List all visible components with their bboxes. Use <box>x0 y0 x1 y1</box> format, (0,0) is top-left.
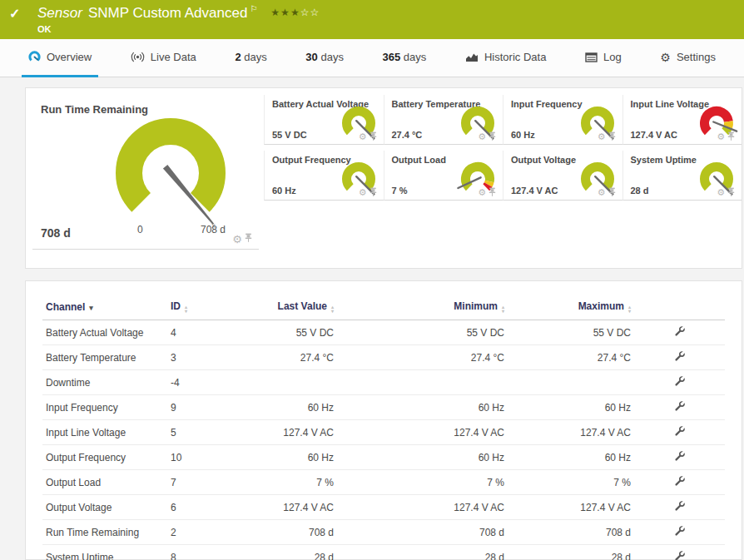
star-filled-icon[interactable]: ★ <box>270 7 280 18</box>
gear-icon[interactable]: ⚙ <box>598 188 606 197</box>
pin-icon[interactable] <box>727 131 735 141</box>
table-row-battery-actual-voltage: Battery Actual Voltage455 V DC55 V DC55 … <box>42 320 725 345</box>
tab-overview[interactable]: Overview <box>22 39 98 77</box>
pin-icon[interactable] <box>370 187 377 197</box>
channel-settings-wrench-icon[interactable] <box>674 450 686 464</box>
cell-id: -4 <box>167 370 227 395</box>
tab-live-data[interactable]: Live Data <box>124 39 203 77</box>
column-header-minimum[interactable]: Minimum▴▾ <box>337 293 508 320</box>
channel-settings-wrench-icon[interactable] <box>674 525 686 539</box>
tab-label: 365 days <box>383 51 427 63</box>
tab-365-days[interactable]: 365 days <box>376 39 434 77</box>
gear-icon[interactable]: ⚙ <box>717 188 725 197</box>
pin-icon[interactable] <box>608 131 616 141</box>
gear-icon[interactable]: ⚙ <box>478 132 486 141</box>
cell-id: 4 <box>167 320 227 345</box>
gear-icon[interactable]: ⚙ <box>717 132 725 141</box>
pin-icon[interactable] <box>727 187 735 197</box>
gauge-tile-input-line-voltage[interactable]: Input Line Voltage127.4 V AC⚙ <box>622 95 742 145</box>
cell-minimum: 28 d <box>337 545 508 560</box>
cell-id: 6 <box>167 495 227 520</box>
tab-label: Settings <box>677 51 716 63</box>
cell-minimum: 127.4 V AC <box>337 420 508 445</box>
table-row-input-frequency: Input Frequency960 Hz60 Hz60 Hz <box>42 395 725 420</box>
channel-settings-wrench-icon[interactable] <box>674 500 686 514</box>
channel-settings-wrench-icon[interactable] <box>674 375 686 389</box>
gear-icon[interactable]: ⚙ <box>359 188 367 197</box>
gauge-tile-input-frequency[interactable]: Input Frequency60 Hz⚙ <box>503 95 622 145</box>
cell-minimum: 60 Hz <box>337 445 508 470</box>
cell-minimum: 7 % <box>337 470 508 495</box>
gauge-tile-system-uptime[interactable]: System Uptime28 d⚙ <box>622 151 742 201</box>
tab-label: 30 days <box>305 51 344 63</box>
gauge-actions: ⚙ <box>598 187 616 197</box>
priority-stars[interactable]: ★★★☆☆ <box>270 7 320 18</box>
column-header-last-value[interactable]: Last Value▴▾ <box>227 293 337 320</box>
cell-last-value: 7 % <box>227 470 337 495</box>
cell-last-value: 60 Hz <box>227 445 337 470</box>
cell-maximum: 127.4 V AC <box>508 495 634 520</box>
channel-settings-wrench-icon[interactable] <box>674 475 686 489</box>
gauge-value: 55 V DC <box>272 130 307 140</box>
gauge-tile-run-time-remaining[interactable]: Run Time Remaining x 0 708 d 708 d ⚙ <box>32 95 259 250</box>
channel-settings-wrench-icon[interactable] <box>674 400 686 414</box>
star-filled-icon[interactable]: ★ <box>280 7 290 18</box>
gauge-value: 127.4 V AC <box>511 186 558 196</box>
gauge-min-label: 0 <box>137 224 143 235</box>
cell-maximum <box>508 370 634 395</box>
column-header-maximum[interactable]: Maximum▴▾ <box>508 293 634 320</box>
gear-icon[interactable]: ⚙ <box>359 132 367 141</box>
cell-maximum: 127.4 V AC <box>508 420 634 445</box>
channel-settings-wrench-icon[interactable] <box>674 325 686 339</box>
gauge-actions: ⚙ <box>598 131 616 141</box>
pin-icon[interactable] <box>370 131 377 141</box>
tab-bar: OverviewLive Data2 days30 days365 daysHi… <box>0 39 744 77</box>
gauge-tile-battery-temperature[interactable]: Battery Temperature27.4 °C⚙ <box>384 95 503 145</box>
gauge-max-label: 708 d <box>201 224 226 235</box>
table-row-output-frequency: Output Frequency1060 Hz60 Hz60 Hz <box>42 445 725 470</box>
gauge-actions: ⚙ <box>717 131 735 141</box>
run-time-remaining-gauge: x <box>97 107 247 238</box>
gauge-actions: ⚙ <box>232 231 252 246</box>
tab-historic-data[interactable]: Historic Data <box>459 39 553 77</box>
gauge-tile-output-load[interactable]: Output Load7 %⚙ <box>384 151 503 201</box>
gauge-tile-battery-actual-voltage[interactable]: Battery Actual Voltage55 V DC⚙ <box>264 95 384 145</box>
cell-id: 2 <box>167 520 227 545</box>
gauges-panel: Run Time Remaining x 0 708 d 708 d ⚙ Bat… <box>25 87 742 269</box>
gauge-value: 27.4 °C <box>392 130 423 140</box>
gear-icon[interactable]: ⚙ <box>478 188 486 197</box>
tab-log[interactable]: Log <box>578 39 628 77</box>
gauge-tile-output-frequency[interactable]: Output Frequency60 Hz⚙ <box>264 151 384 201</box>
tab-label: 2 days <box>235 51 266 63</box>
channel-settings-wrench-icon[interactable] <box>674 550 686 560</box>
tab-settings[interactable]: ⚙Settings <box>653 39 722 77</box>
cell-last-value <box>227 370 337 395</box>
table-row-battery-temperature: Battery Temperature327.4 °C27.4 °C27.4 °… <box>42 345 725 370</box>
column-header-channel[interactable]: Channel▾ <box>42 293 167 320</box>
cell-channel: Battery Temperature <box>42 345 167 370</box>
star-empty-icon[interactable]: ☆ <box>300 7 310 18</box>
gauge-value: 60 Hz <box>511 130 535 140</box>
pin-icon[interactable] <box>489 131 496 141</box>
pin-icon[interactable] <box>608 187 616 197</box>
gauge-value: 7 % <box>392 186 408 196</box>
gear-icon[interactable]: ⚙ <box>232 234 242 245</box>
channel-settings-wrench-icon[interactable] <box>674 350 686 364</box>
cell-id: 8 <box>167 545 227 560</box>
flag-icon[interactable]: ⚐ <box>250 4 257 13</box>
cell-id: 3 <box>167 345 227 370</box>
gear-icon: ⚙ <box>660 52 671 63</box>
tab-30-days[interactable]: 30 days <box>299 39 350 77</box>
star-empty-icon[interactable]: ☆ <box>310 7 320 18</box>
star-filled-icon[interactable]: ★ <box>290 7 300 18</box>
column-header-id[interactable]: ID▴▾ <box>167 293 227 320</box>
tab-2-days[interactable]: 2 days <box>228 39 273 77</box>
cell-maximum: 28 d <box>508 545 634 560</box>
pin-icon[interactable] <box>245 231 252 246</box>
sensor-title: SensorSNMP Custom Advanced⚐★★★☆☆ <box>0 0 744 22</box>
channel-settings-wrench-icon[interactable] <box>674 425 686 439</box>
pin-icon[interactable] <box>489 187 496 197</box>
gear-icon[interactable]: ⚙ <box>598 132 606 141</box>
gauge-tile-output-voltage[interactable]: Output Voltage127.4 V AC⚙ <box>503 151 622 201</box>
gauge-value: 60 Hz <box>272 186 296 196</box>
